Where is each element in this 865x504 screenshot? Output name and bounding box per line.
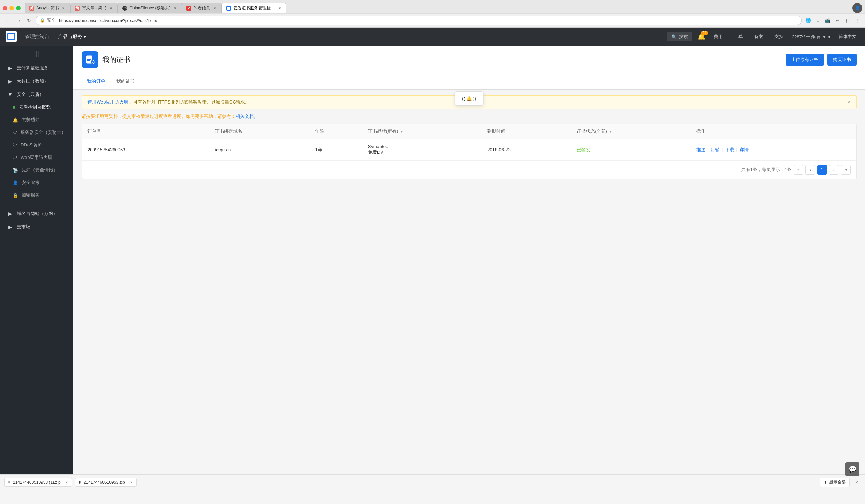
minimize-window-button[interactable] — [9, 6, 14, 10]
browser-tabs: 简 Anoyi - 简书 × 简 写文章 - 简书 × ⊙ ChinaSilen… — [25, 3, 850, 13]
maximize-window-button[interactable] — [16, 6, 21, 10]
browser-tab-2[interactable]: 简 写文章 - 简书 × — [70, 3, 118, 13]
notification-popup: (( 🔔 )) — [455, 91, 484, 106]
upload-cert-button[interactable]: 上传原有证书 — [786, 54, 824, 66]
products-menu[interactable]: 产品与服务 ▾ — [55, 32, 89, 41]
col-order-id: 订单号 — [82, 124, 209, 139]
code-icon[interactable]: {} — [843, 17, 851, 24]
close-window-button[interactable] — [3, 6, 7, 10]
download-dropdown-2[interactable]: ▾ — [129, 480, 133, 485]
tab-close-2[interactable]: × — [108, 6, 113, 11]
tab-favicon-4: ✓ — [186, 6, 191, 11]
alert-close-button[interactable]: × — [848, 99, 851, 105]
sidebar-handle[interactable]: ||| — [0, 46, 73, 61]
tab-certs[interactable]: 我的证书 — [111, 74, 140, 89]
sidebar-subitem-threat[interactable]: 📡 先知（安全情报） — [0, 164, 73, 176]
sidebar-item-security[interactable]: ▼ 安全（云盾） — [0, 88, 73, 101]
browser-tab-3[interactable]: ⊙ ChinaSilence (杨远东) × — [118, 3, 182, 13]
tabs-bar: 我的订单 我的证书 — [73, 74, 865, 90]
back-button[interactable]: ← — [4, 17, 12, 24]
user-email: 2287*****@qq.com — [792, 34, 830, 39]
info-doc-link[interactable]: 相关文档。 — [236, 114, 258, 119]
search-button[interactable]: 🔍 搜索 — [667, 32, 692, 41]
sidebar-item-market[interactable]: ▶ 云市场 — [0, 220, 73, 234]
support-nav-item[interactable]: 支持 — [772, 32, 786, 41]
action-detail[interactable]: 详情 — [740, 147, 749, 153]
refresh-button[interactable]: ↻ — [25, 17, 33, 24]
sidebar-subitem-overview[interactable]: 云盾控制台概览 — [0, 101, 73, 114]
col-domain: 证书绑定域名 — [209, 124, 309, 139]
translate-icon[interactable]: 🌐 — [804, 17, 812, 24]
table-header-row: 订单号 证书绑定域名 年限 证书品牌(所有) ▾ 到期时间 证书状态(全部) — [82, 124, 856, 139]
record-nav-item[interactable]: 备案 — [751, 32, 766, 41]
bigdata-icon: ▶ — [7, 78, 13, 84]
download-show-icon: ⬇ — [824, 480, 827, 485]
page-prev-button[interactable]: ‹ — [805, 165, 815, 175]
bookmark-icon[interactable]: ☆ — [814, 17, 822, 24]
buy-cert-button[interactable]: 购买证书 — [827, 54, 857, 66]
sidebar-item-domain[interactable]: ▶ 域名与网站（万网） — [0, 207, 73, 220]
page-next-button[interactable]: › — [829, 165, 839, 175]
col-status[interactable]: 证书状态(全部) ▾ — [571, 124, 691, 139]
language-selector[interactable]: 简体中文 — [836, 32, 859, 41]
page-first-button[interactable]: « — [794, 165, 803, 175]
sidebar-subitem-server[interactable]: 🛡 服务器安全（安骑士） — [0, 126, 73, 139]
address-text: https://yundun.console.aliyun.com/?p=cas… — [59, 18, 158, 23]
sidebar-subitem-encrypt[interactable]: 🔒 加密服务 — [0, 189, 73, 201]
show-all-downloads-button[interactable]: ⬇ 显示全部 — [820, 478, 850, 487]
cell-years: 1年 — [309, 139, 362, 161]
fee-nav-item[interactable]: 费用 — [711, 32, 726, 41]
action-push[interactable]: 推送 — [696, 147, 705, 153]
page-header-right: 上传原有证书 购买证书 — [786, 54, 857, 66]
tab-title-4: 作者信息 — [193, 5, 210, 11]
tab-orders[interactable]: 我的订单 — [82, 74, 111, 89]
col-brand[interactable]: 证书品牌(所有) ▾ — [362, 124, 482, 139]
sidebar-subitem-situational[interactable]: 🔔 态势感知 — [0, 114, 73, 126]
action-revoke[interactable]: 吊销 — [711, 147, 720, 153]
download-filename-1: 214174460510953 (1).zip — [13, 480, 61, 485]
browser-tab-1[interactable]: 简 Anoyi - 简书 × — [25, 3, 70, 13]
sidebar-subitem-ddos[interactable]: 🛡 DDoS防护 — [0, 139, 73, 151]
sidebar-subitem-waf[interactable]: 🛡 Web应用防火墙 — [0, 151, 73, 164]
user-avatar[interactable]: 👤 — [852, 3, 862, 13]
sidebar-item-cloud[interactable]: ▶ 云计算基础服务 — [0, 61, 73, 75]
tab-title-1: Anoyi - 简书 — [36, 5, 59, 11]
page-last-button[interactable]: » — [841, 165, 851, 175]
workorder-nav-item[interactable]: 工单 — [731, 32, 746, 41]
browser-tab-4[interactable]: ✓ 作者信息 × — [182, 3, 222, 13]
browser-chrome: 简 Anoyi - 简书 × 简 写文章 - 简书 × ⊙ ChinaSilen… — [0, 0, 865, 28]
cell-domain: ictgu.cn — [209, 139, 309, 161]
menu-icon[interactable]: ⋮ — [853, 17, 861, 24]
alert-link[interactable]: 使用Web应用防火墙 — [87, 99, 129, 105]
history-icon[interactable]: ↩ — [834, 17, 841, 24]
lock-icon: 🔒 — [40, 18, 45, 23]
browser-title-bar: 简 Anoyi - 简书 × 简 写文章 - 简书 × ⊙ ChinaSilen… — [0, 0, 865, 13]
sidebar-item-bigdata[interactable]: ▶ 大数据（数加） — [0, 75, 73, 88]
nav-logo[interactable] — [6, 31, 17, 42]
tab-close-5[interactable]: × — [277, 6, 282, 11]
download-dropdown-1[interactable]: ▾ — [64, 480, 69, 485]
sidebar-subitem-secmanager[interactable]: 👤 安全管家 — [0, 176, 73, 189]
cast-icon[interactable]: 📺 — [824, 17, 832, 24]
notification-bell[interactable]: 🔔 94 — [698, 33, 705, 40]
close-download-bar-button[interactable]: × — [852, 478, 861, 487]
tab-close-1[interactable]: × — [61, 6, 66, 11]
forward-button[interactable]: → — [15, 17, 22, 24]
float-chat-button[interactable]: 💬 — [845, 462, 859, 476]
cell-status: 已签发 — [571, 139, 691, 161]
cell-expire: 2018-06-23 — [482, 139, 571, 161]
server-icon: 🛡 — [13, 130, 17, 135]
nav-title: 管理控制台 — [25, 33, 49, 40]
address-bar[interactable]: 🔒 安全 https://yundun.console.aliyun.com/?… — [36, 16, 802, 25]
download-icon-1: ⬇ — [7, 480, 11, 485]
tab-close-4[interactable]: × — [212, 6, 217, 11]
action-download[interactable]: 下载 — [725, 147, 734, 153]
tab-close-3[interactable]: × — [173, 6, 177, 11]
cert-table-container: 订单号 证书绑定域名 年限 证书品牌(所有) ▾ 到期时间 证书状态(全部) — [82, 124, 857, 179]
pagination: 共有1条，每页显示：1条 « ‹ 1 › » — [82, 160, 856, 179]
table-row: 200915754260953 ictgu.cn 1年 Symantec免费DV… — [82, 139, 856, 161]
page-1-button[interactable]: 1 — [817, 165, 827, 175]
col-expire: 到期时间 — [482, 124, 571, 139]
browser-tab-5[interactable]: 云盾证书服务管理控制台 × — [222, 3, 286, 13]
cert-table: 订单号 证书绑定域名 年限 证书品牌(所有) ▾ 到期时间 证书状态(全部) — [82, 124, 856, 160]
